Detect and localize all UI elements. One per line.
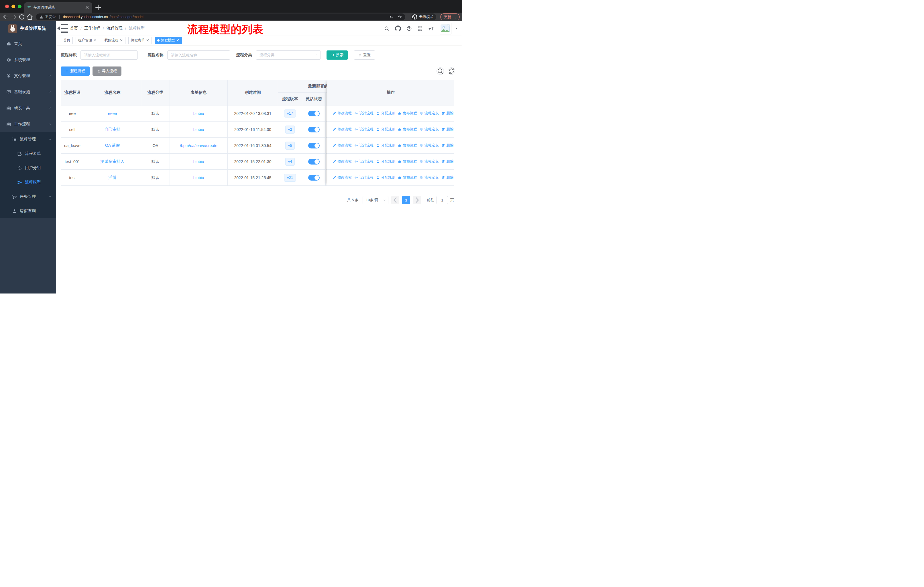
form-info-link[interactable]: biubiu <box>193 159 204 164</box>
action-assign-user-link[interactable]: 分配规则 <box>376 175 395 180</box>
process-name-link[interactable]: 测试多审批人 <box>101 159 125 164</box>
action-design-gear-link[interactable]: 设计流程 <box>354 175 373 180</box>
action-paperclip-link[interactable]: 流程定义 <box>420 159 439 164</box>
github-icon[interactable] <box>395 25 401 31</box>
action-edit-link[interactable]: 修改流程 <box>333 175 352 180</box>
action-design-gear-link[interactable]: 设计流程 <box>354 127 373 132</box>
fullscreen-icon[interactable] <box>417 26 423 31</box>
action-trash-link[interactable]: 删除 <box>441 111 454 116</box>
zoom-window-button[interactable] <box>18 5 21 8</box>
sidebar-item[interactable]: 请假查询 <box>0 204 56 218</box>
sidebar-item[interactable]: 流程模型 <box>0 175 56 189</box>
action-design-gear-link[interactable]: 设计流程 <box>354 111 373 116</box>
sidebar-item[interactable]: 支付管理 <box>0 68 56 84</box>
close-window-button[interactable] <box>5 5 9 8</box>
action-trash-link[interactable]: 删除 <box>441 127 454 132</box>
action-paperclip-link[interactable]: 流程定义 <box>420 175 439 180</box>
sidebar-item[interactable]: 工作流程 <box>0 116 56 132</box>
close-icon[interactable] <box>120 39 123 42</box>
tab-tag[interactable]: 流程模型 <box>155 37 182 44</box>
sidebar-item[interactable]: 基础设施 <box>0 84 56 100</box>
action-assign-user-link[interactable]: 分配规则 <box>376 127 395 132</box>
action-publish-link[interactable]: 发布流程 <box>398 143 417 148</box>
active-toggle[interactable] <box>308 143 320 149</box>
breadcrumb-item[interactable]: 工作流程 <box>84 26 100 31</box>
security-label[interactable]: 不安全 <box>45 15 56 20</box>
sidebar-item[interactable]: 流程表单 <box>0 147 56 161</box>
action-edit-link[interactable]: 修改流程 <box>333 143 352 148</box>
reset-button[interactable]: 重置 <box>354 50 375 60</box>
home-icon[interactable] <box>26 13 33 20</box>
address-bar[interactable]: 不安全 dashboard.yudao.iocoder.cn/bpm/manag… <box>36 13 405 20</box>
create-process-button[interactable]: 新建流程 <box>61 66 90 76</box>
import-process-button[interactable]: 导入流程 <box>92 66 121 76</box>
action-publish-link[interactable]: 发布流程 <box>398 127 417 132</box>
avatar[interactable] <box>440 23 451 35</box>
page-1-button[interactable]: 1 <box>402 196 410 204</box>
action-assign-user-link[interactable]: 分配规则 <box>376 143 395 148</box>
browser-tab[interactable]: 芋道管理系统 <box>24 2 92 13</box>
tab-tag[interactable]: 租户管理 <box>76 37 99 44</box>
action-edit-link[interactable]: 修改流程 <box>333 159 352 164</box>
help-question-icon[interactable] <box>406 26 412 31</box>
active-toggle[interactable] <box>308 175 320 180</box>
process-name-link[interactable]: OA 请假 <box>105 143 120 148</box>
form-info-link[interactable]: biubiu <box>193 127 204 132</box>
process-category-select[interactable]: 流程分类 <box>256 50 321 60</box>
form-info-link[interactable]: /bpm/oa/leave/create <box>180 143 218 148</box>
next-page-button[interactable] <box>413 196 421 204</box>
active-toggle[interactable] <box>308 159 320 165</box>
new-tab-button[interactable] <box>94 4 102 11</box>
sidebar-item[interactable]: 研发工具 <box>0 100 56 116</box>
action-trash-link[interactable]: 删除 <box>441 175 454 180</box>
minimize-window-button[interactable] <box>12 5 15 8</box>
tab-tag[interactable]: 流程表单 <box>128 37 152 44</box>
kebab-menu-icon[interactable] <box>454 15 457 19</box>
process-name-link[interactable]: 自己审批 <box>104 127 120 132</box>
prev-page-button[interactable] <box>391 196 399 204</box>
process-name-input[interactable] <box>167 50 230 60</box>
reload-icon[interactable] <box>18 13 25 20</box>
refresh-table-button[interactable] <box>448 67 455 75</box>
process-name-link[interactable]: eeee <box>108 111 117 116</box>
toggle-search-button[interactable] <box>437 67 444 75</box>
action-paperclip-link[interactable]: 流程定义 <box>420 127 439 132</box>
action-design-gear-link[interactable]: 设计流程 <box>354 159 373 164</box>
update-chrome-button[interactable]: 更新 <box>440 13 460 20</box>
action-assign-user-link[interactable]: 分配规则 <box>376 111 395 116</box>
breadcrumb-item[interactable]: 首页 <box>70 26 78 31</box>
collapse-sidebar-icon[interactable] <box>56 21 70 36</box>
action-edit-link[interactable]: 修改流程 <box>333 111 352 116</box>
sidebar-item[interactable]: 流程管理 <box>0 132 56 147</box>
breadcrumb-item[interactable]: 流程管理 <box>107 26 122 31</box>
process-key-input[interactable] <box>81 50 138 60</box>
active-toggle[interactable] <box>308 127 320 132</box>
action-paperclip-link[interactable]: 流程定义 <box>420 111 439 116</box>
active-toggle[interactable] <box>308 111 320 116</box>
action-paperclip-link[interactable]: 流程定义 <box>420 143 439 148</box>
goto-page-input[interactable] <box>437 196 448 204</box>
close-icon[interactable] <box>146 39 149 42</box>
action-edit-link[interactable]: 修改流程 <box>333 127 352 132</box>
close-icon[interactable] <box>93 39 97 42</box>
action-design-gear-link[interactable]: 设计流程 <box>354 143 373 148</box>
action-publish-link[interactable]: 发布流程 <box>398 111 417 116</box>
search-icon[interactable] <box>384 26 389 31</box>
tab-tag[interactable]: 首页 <box>61 37 73 44</box>
process-name-link[interactable]: 滔博 <box>109 175 117 180</box>
password-key-icon[interactable] <box>389 15 393 19</box>
avatar-caret-down-icon[interactable] <box>455 26 458 30</box>
action-trash-link[interactable]: 删除 <box>441 159 454 164</box>
font-size-icon[interactable] <box>428 25 434 31</box>
forward-icon[interactable] <box>10 13 17 20</box>
form-info-link[interactable]: biubiu <box>193 111 204 116</box>
window-controls[interactable] <box>5 5 21 8</box>
sidebar-item[interactable]: 用户分组 <box>0 161 56 175</box>
sidebar-item[interactable]: 系统管理 <box>0 52 56 68</box>
app-logo[interactable]: 芋道管理系统 <box>0 21 56 36</box>
form-info-link[interactable]: biubiu <box>193 175 204 180</box>
sidebar-item[interactable]: 任务管理 <box>0 189 56 204</box>
sidebar-item[interactable]: 首页 <box>0 36 56 52</box>
close-icon[interactable] <box>176 39 179 42</box>
page-size-select[interactable]: 10条/页 <box>363 196 388 204</box>
